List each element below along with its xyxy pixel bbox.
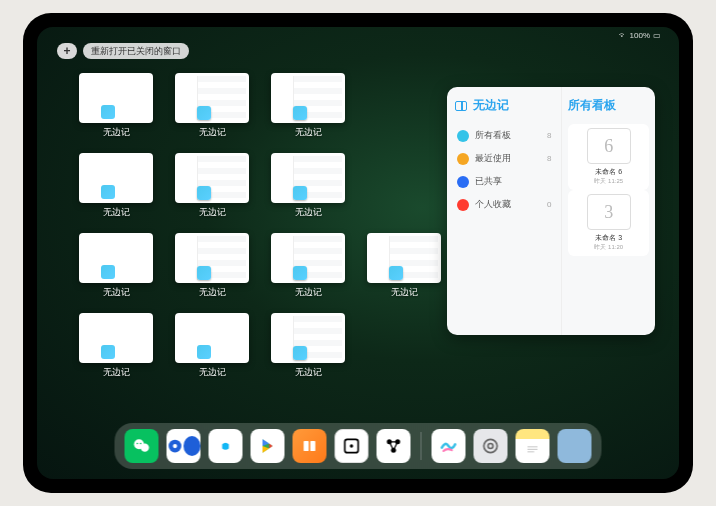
board-card[interactable]: 3未命名 3昨天 11:20 <box>568 190 649 256</box>
window-tile[interactable]: 无边记 <box>271 313 345 381</box>
add-button[interactable]: + <box>57 43 77 59</box>
nav-label: 个人收藏 <box>475 198 511 211</box>
dock-app-wechat[interactable] <box>125 429 159 463</box>
tile-label: 无边记 <box>295 206 322 219</box>
svg-point-2 <box>137 443 139 445</box>
dock <box>115 423 602 469</box>
nav-item[interactable]: 已共享 <box>455 170 553 193</box>
svg-point-15 <box>488 444 493 449</box>
board-name: 未命名 6 <box>595 167 622 177</box>
window-thumbnail <box>175 233 249 283</box>
dock-app-settings[interactable] <box>474 429 508 463</box>
app-icon <box>293 106 307 120</box>
board-thumb: 6 <box>587 128 631 164</box>
nav-count: 8 <box>547 131 551 140</box>
dock-separator <box>421 432 422 460</box>
board-time: 昨天 11:25 <box>594 177 623 186</box>
svg-point-5 <box>173 444 177 448</box>
nav-icon <box>457 176 469 188</box>
nav-label: 所有看板 <box>475 129 511 142</box>
dock-app-books[interactable] <box>293 429 327 463</box>
board-card[interactable]: 6未命名 6昨天 11:25 <box>568 124 649 190</box>
panel-content: 所有看板 6未命名 6昨天 11:253未命名 3昨天 11:20 <box>562 87 655 335</box>
window-thumbnail <box>271 233 345 283</box>
nav-icon <box>457 153 469 165</box>
dock-app-dice[interactable] <box>335 429 369 463</box>
expose-grid: 无边记无边记无边记无边记无边记无边记无边记无边记无边记无边记无边记无边记无边记 <box>79 73 441 381</box>
window-tile[interactable]: 无边记 <box>79 313 153 381</box>
window-thumbnail <box>367 233 441 283</box>
app-icon <box>197 186 211 200</box>
tile-label: 无边记 <box>295 286 322 299</box>
reopen-closed-window-pill[interactable]: 重新打开已关闭的窗口 <box>83 43 189 59</box>
dock-app-blue-circle[interactable] <box>167 429 201 463</box>
board-thumb: 3 <box>587 194 631 230</box>
window-tile[interactable]: 无边记 <box>79 233 153 301</box>
nav-label: 已共享 <box>475 175 502 188</box>
window-thumbnail <box>175 313 249 363</box>
tile-label: 无边记 <box>199 206 226 219</box>
tile-label: 无边记 <box>103 126 130 139</box>
dock-app-notes[interactable] <box>516 429 550 463</box>
tile-label: 无边记 <box>295 126 322 139</box>
svg-point-1 <box>141 444 149 452</box>
window-thumbnail <box>175 153 249 203</box>
wifi-icon: ᯤ <box>619 31 627 40</box>
tile-label: 无边记 <box>103 286 130 299</box>
window-thumbnail <box>79 153 153 203</box>
battery-icon: ▭ <box>653 31 661 40</box>
screen: ᯤ 100% ▭ + 重新打开已关闭的窗口 无边记无边记无边记无边记无边记无边记… <box>37 27 679 479</box>
nav-count: 0 <box>547 200 551 209</box>
window-thumbnail <box>79 313 153 363</box>
app-icon <box>293 266 307 280</box>
status-bar: ᯤ 100% ▭ <box>619 31 661 40</box>
nav-icon <box>457 130 469 142</box>
svg-point-3 <box>140 443 142 445</box>
dock-app-qq[interactable] <box>209 429 243 463</box>
svg-rect-8 <box>310 441 315 451</box>
window-tile[interactable]: 无边记 <box>175 313 249 381</box>
battery-label: 100% <box>630 31 650 40</box>
freeform-panel[interactable]: ••• 无边记 所有看板8最近使用8已共享个人收藏0 所有看板 6未命名 6昨天… <box>447 87 655 335</box>
nav-item[interactable]: 个人收藏0 <box>455 193 553 216</box>
nav-item[interactable]: 最近使用8 <box>455 147 553 170</box>
tile-label: 无边记 <box>199 286 226 299</box>
app-icon <box>293 346 307 360</box>
window-tile[interactable]: 无边记 <box>175 73 249 141</box>
panel-left-header: 无边记 <box>455 97 553 114</box>
window-tile[interactable]: 无边记 <box>271 233 345 301</box>
window-tile[interactable]: 无边记 <box>271 153 345 221</box>
svg-point-10 <box>350 444 353 447</box>
window-tile[interactable]: 无边记 <box>175 233 249 301</box>
dock-app-connect[interactable] <box>377 429 411 463</box>
window-tile[interactable]: 无边记 <box>271 73 345 141</box>
dock-app-play[interactable] <box>251 429 285 463</box>
svg-rect-7 <box>304 441 309 451</box>
window-tile[interactable]: 无边记 <box>79 73 153 141</box>
app-icon <box>389 266 403 280</box>
nav-icon <box>457 199 469 211</box>
app-icon <box>197 106 211 120</box>
window-thumbnail <box>79 73 153 123</box>
board-time: 昨天 11:20 <box>594 243 623 252</box>
window-tile[interactable]: 无边记 <box>79 153 153 221</box>
board-name: 未命名 3 <box>595 233 622 243</box>
window-tile[interactable]: 无边记 <box>175 153 249 221</box>
nav-label: 最近使用 <box>475 152 511 165</box>
tile-label: 无边记 <box>391 286 418 299</box>
dock-app-freeform[interactable] <box>432 429 466 463</box>
sidebar-toggle-icon[interactable] <box>455 101 467 111</box>
window-thumbnail <box>271 313 345 363</box>
app-icon <box>293 186 307 200</box>
ipad-frame: ᯤ 100% ▭ + 重新打开已关闭的窗口 无边记无边记无边记无边记无边记无边记… <box>23 13 693 493</box>
panel-right-title: 所有看板 <box>568 97 649 114</box>
nav-count: 8 <box>547 154 551 163</box>
window-thumbnail <box>271 153 345 203</box>
nav-list: 所有看板8最近使用8已共享个人收藏0 <box>455 124 553 216</box>
dock-app-folder[interactable] <box>558 429 592 463</box>
nav-item[interactable]: 所有看板8 <box>455 124 553 147</box>
tile-label: 无边记 <box>199 126 226 139</box>
tile-label: 无边记 <box>199 366 226 379</box>
window-tile[interactable]: 无边记 <box>367 233 441 301</box>
app-icon <box>197 266 211 280</box>
